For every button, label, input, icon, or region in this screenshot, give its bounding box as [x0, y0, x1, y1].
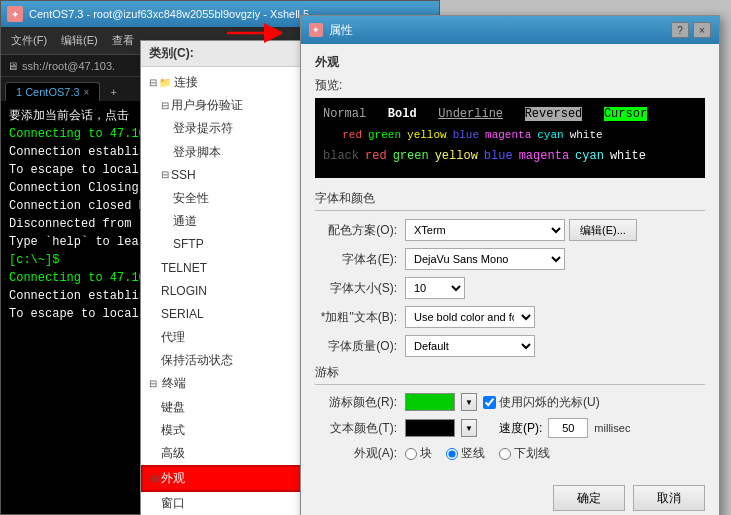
pc-yellow2: yellow	[435, 146, 478, 166]
appearance-label: 外观(A):	[315, 445, 405, 462]
tree-sftp[interactable]: SFTP	[141, 233, 309, 256]
tree-terminal[interactable]: ⊟ 终端	[141, 372, 309, 395]
cursor-color-dropdown[interactable]: ▼	[461, 393, 477, 411]
tree-security[interactable]: 安全性	[141, 187, 309, 210]
tree-keyboard[interactable]: 键盘	[141, 396, 309, 419]
pc-green: green	[368, 126, 401, 145]
text-color-dropdown[interactable]: ▼	[461, 419, 477, 437]
folder-icon: 📁	[159, 75, 171, 91]
dialog-footer: 确定 取消	[301, 479, 719, 515]
tree-keepalive[interactable]: 保持活动状态	[141, 349, 309, 372]
pv-bold: Bold	[388, 107, 417, 121]
radio-vline-label: 竖线	[446, 445, 485, 462]
font-name-select[interactable]: DejaVu Sans Mono	[405, 248, 565, 270]
tree-window[interactable]: 窗口	[141, 492, 309, 515]
font-size-row: 字体大小(S): 10	[315, 277, 705, 299]
color-scheme-select[interactable]: XTerm	[405, 219, 565, 241]
tree-tunnel[interactable]: 通道	[141, 210, 309, 233]
tab-add[interactable]: +	[100, 83, 126, 101]
tree-rlogin-label: RLOGIN	[161, 282, 207, 301]
font-size-select[interactable]: 10	[405, 277, 465, 299]
radio-vline[interactable]	[446, 448, 458, 460]
tree-keyboard-label: 键盘	[161, 398, 185, 417]
appearance-row: 外观(A): 块 竖线 下划线	[315, 445, 705, 462]
tree-serial[interactable]: SERIAL	[141, 303, 309, 326]
tree-sftp-label: SFTP	[173, 235, 204, 254]
terminal-title: CentOS7.3 - root@izuf63xc848w2055bl9ovgz…	[29, 8, 309, 20]
font-name-control: DejaVu Sans Mono	[405, 248, 705, 270]
tree-body: ⊟ 📁 连接 ⊟ 用户身份验证 登录提示符 登录脚本 ⊟ SSH 安全性	[141, 67, 309, 515]
cursor-color-label: 游标颜色(R):	[315, 394, 405, 411]
tree-telnet[interactable]: TELNET	[141, 257, 309, 280]
speed-unit: millisec	[594, 422, 630, 434]
session-icon: 🖥	[7, 60, 18, 72]
tree-appearance[interactable]: ⊟ 外观	[141, 465, 309, 492]
tree-connection[interactable]: ⊟ 📁 连接	[141, 71, 309, 94]
font-quality-row: 字体质量(O): Default	[315, 335, 705, 357]
tree-login-script[interactable]: 登录脚本	[141, 141, 309, 164]
menu-edit[interactable]: 编辑(E)	[55, 31, 104, 50]
font-quality-select[interactable]: Default	[405, 335, 535, 357]
help-btn[interactable]: ?	[671, 22, 689, 38]
category-label: 类别(C):	[149, 46, 194, 60]
text-color-swatch[interactable]	[405, 419, 455, 437]
preview-label: 预览:	[315, 78, 350, 92]
pc-cyan2: cyan	[575, 146, 604, 166]
titlebar-right: ? ×	[671, 22, 711, 38]
pc-white2: white	[610, 146, 646, 166]
tree-advanced1[interactable]: 高级	[141, 442, 309, 465]
close-btn[interactable]: ×	[693, 22, 711, 38]
blink-text: 使用闪烁的光标(U)	[499, 394, 600, 411]
radio-vline-text: 竖线	[461, 445, 485, 462]
font-quality-label: 字体质量(O):	[315, 338, 405, 355]
tree-proxy-label: 代理	[161, 328, 185, 347]
tree-mode-label: 模式	[161, 421, 185, 440]
tree-tunnel-label: 通道	[173, 212, 197, 231]
menu-view[interactable]: 查看	[106, 31, 140, 50]
addr-text: ssh://root@47.103.	[22, 60, 115, 72]
blink-checkbox[interactable]	[483, 396, 496, 409]
cursor-section-title: 游标	[315, 364, 705, 385]
menu-file[interactable]: 文件(F)	[5, 31, 53, 50]
toggle-connection: ⊟	[149, 75, 157, 91]
tab-close[interactable]: ×	[84, 87, 90, 98]
tree-window-label: 窗口	[161, 494, 185, 513]
tab-label: 1 CentOS7.3	[16, 86, 80, 98]
tree-ssh[interactable]: ⊟ SSH	[141, 164, 309, 187]
blink-label: 使用闪烁的光标(U)	[483, 394, 600, 411]
tree-security-label: 安全性	[173, 189, 209, 208]
tree-mode[interactable]: 模式	[141, 419, 309, 442]
radio-underline-text: 下划线	[514, 445, 550, 462]
properties-dialog: ✦ 属性 ? × 外观 预览: Normal Bold Underline Re…	[300, 15, 720, 515]
appearance-radio-group: 块 竖线 下划线	[405, 445, 550, 462]
tree-rlogin[interactable]: RLOGIN	[141, 280, 309, 303]
pc-white: white	[570, 126, 603, 145]
bold-text-label: *加粗"文本(B):	[315, 309, 405, 326]
ok-button[interactable]: 确定	[553, 485, 625, 511]
radio-block-label: 块	[405, 445, 432, 462]
speed-input[interactable]	[548, 418, 588, 438]
tree-connection-label: 连接	[174, 73, 198, 92]
pc-blue2: blue	[484, 146, 513, 166]
tree-ssh-label: SSH	[171, 166, 196, 185]
cancel-button[interactable]: 取消	[633, 485, 705, 511]
radio-block[interactable]	[405, 448, 417, 460]
color-scheme-row: 配色方案(O): XTerm 编辑(E)...	[315, 219, 705, 241]
dialog-icon: ✦	[309, 23, 323, 37]
radio-underline[interactable]	[499, 448, 511, 460]
edit-button[interactable]: 编辑(E)...	[569, 219, 637, 241]
cursor-color-swatch[interactable]	[405, 393, 455, 411]
titlebar-left: ✦ 属性	[309, 22, 353, 39]
tree-user-auth[interactable]: ⊟ 用户身份验证	[141, 94, 309, 117]
preview-box: Normal Bold Underline Reversed Cursor re…	[315, 98, 705, 178]
bold-text-select[interactable]: Use bold color and font	[405, 306, 535, 328]
tree-login-prompt[interactable]: 登录提示符	[141, 117, 309, 140]
tree-advanced1-label: 高级	[161, 444, 185, 463]
font-quality-control: Default	[405, 335, 705, 357]
pc-magenta: magenta	[485, 126, 531, 145]
pv-underline: Underline	[438, 107, 503, 121]
terminal-tab-1[interactable]: 1 CentOS7.3 ×	[5, 82, 100, 101]
tree-serial-label: SERIAL	[161, 305, 204, 324]
tree-panel: 类别(C): ⊟ 📁 连接 ⊟ 用户身份验证 登录提示符 登录脚本 ⊟ SSH	[140, 40, 310, 515]
tree-proxy[interactable]: 代理	[141, 326, 309, 349]
